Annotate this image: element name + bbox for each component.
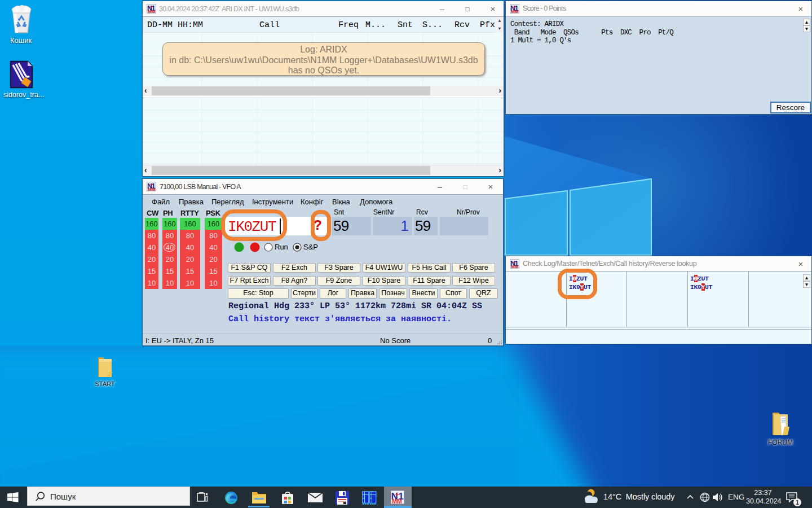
svg-text:MM: MM bbox=[511, 9, 519, 14]
svg-text:MM: MM bbox=[148, 187, 156, 191]
svg-text:MM: MM bbox=[511, 264, 519, 269]
svg-text:MM: MM bbox=[148, 9, 156, 14]
svg-text:MM: MM bbox=[392, 498, 402, 504]
svg-text:+: + bbox=[395, 491, 399, 498]
